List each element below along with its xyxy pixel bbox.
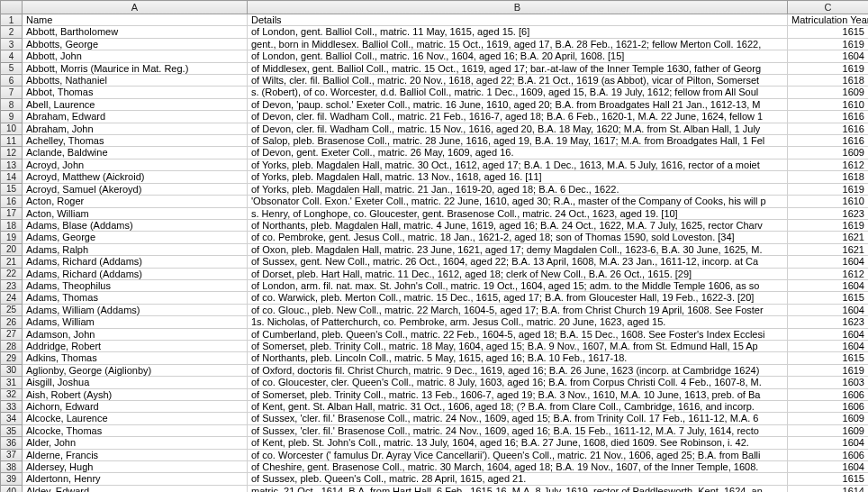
cell-year[interactable]: 1606 — [788, 388, 869, 400]
cell-year[interactable]: 1609 — [788, 424, 869, 436]
cell-year[interactable]: 1609 — [788, 87, 869, 98]
row-header[interactable]: 38 — [1, 461, 23, 473]
cell-year[interactable]: 1614 — [788, 485, 869, 492]
row-header[interactable]: 21 — [1, 256, 23, 268]
cell-details[interactable]: of co. Pembroke, gent. Jesus Coll., matr… — [248, 232, 788, 243]
cell-year[interactable]: 1609 — [788, 413, 869, 424]
row-header[interactable]: 19 — [1, 232, 23, 243]
cell-year[interactable]: 1606 — [788, 401, 869, 413]
row-header[interactable]: 12 — [1, 147, 23, 159]
cell-name[interactable]: Abbott, John — [23, 50, 248, 62]
column-header-A[interactable]: A — [23, 1, 248, 14]
cell-details[interactable]: of Cumberland, pleb. Queen's Coll., matr… — [248, 328, 788, 340]
cell-name[interactable]: Adams, Thomas — [23, 292, 248, 304]
cell-year[interactable]: 1615 — [788, 26, 869, 38]
cell-details[interactable]: of Devon, 'paup. schol.' Exeter Coll., m… — [248, 98, 788, 110]
cell-details[interactable]: of Yorks, pleb. Magdalen Hall, matric. 2… — [248, 183, 788, 195]
cell-name[interactable]: Adams, William (Addams) — [23, 304, 248, 315]
cell-details[interactable]: of London, gent. Balliol Coll., matric. … — [248, 50, 788, 62]
cell-details[interactable]: of Oxford, doctoris fil. Christ Church, … — [248, 364, 788, 376]
cell-year[interactable]: 1604 — [788, 437, 869, 449]
cell-name[interactable]: Adamson, John — [23, 328, 248, 340]
row-header[interactable]: 16 — [1, 196, 23, 207]
row-header[interactable]: 32 — [1, 388, 23, 400]
cell-name[interactable]: Alderne, Francis — [23, 449, 248, 460]
cell-details[interactable]: of Devon, cler. fil. Wadham Coll., matri… — [248, 123, 788, 134]
cell-name[interactable]: Acroyd, John — [23, 159, 248, 170]
row-header[interactable]: 8 — [1, 98, 23, 110]
cell-name[interactable]: Adams, Ralph — [23, 243, 248, 255]
cell-year[interactable]: 1609 — [788, 147, 869, 159]
column-header-C[interactable]: C — [788, 1, 869, 14]
cell-name[interactable]: Alcocke, Thomas — [23, 424, 248, 436]
cell-details[interactable]: matric. 21 Oct., 1614, B.A. from Hart Ha… — [248, 485, 788, 492]
cell-name[interactable]: Aldersey, Hugh — [23, 461, 248, 473]
row-header[interactable]: 28 — [1, 340, 23, 351]
cell-year[interactable]: 1618 — [788, 75, 869, 87]
cell-details[interactable]: 'Obsonator Coll. Exon.' Exeter Coll., ma… — [248, 196, 788, 207]
cell-details[interactable]: of Sussex, 'cler. fil.' Brasenose Coll.,… — [248, 424, 788, 436]
cell-details[interactable]: of London, arm. fil. nat. max. St. John'… — [248, 279, 788, 291]
header-cell-name[interactable]: Name — [23, 14, 248, 26]
cell-name[interactable]: Adams, Theophilus — [23, 279, 248, 291]
row-header[interactable]: 2 — [1, 26, 23, 38]
cell-name[interactable]: Addridge, Robert — [23, 340, 248, 351]
cell-year[interactable]: 1610 — [788, 98, 869, 110]
row-header[interactable]: 29 — [1, 352, 23, 364]
row-header[interactable]: 22 — [1, 268, 23, 279]
cell-name[interactable]: Alder, John — [23, 437, 248, 449]
cell-name[interactable]: Adams, Blase (Addams) — [23, 219, 248, 231]
row-header[interactable]: 3 — [1, 38, 23, 50]
cell-details[interactable]: of Devon, cler. fil. Wadham Coll., matri… — [248, 111, 788, 123]
cell-name[interactable]: Adams, Richard (Addams) — [23, 256, 248, 268]
cell-details[interactable]: of Kent, pleb. St. John's Coll., matric.… — [248, 437, 788, 449]
cell-name[interactable]: Aish, Robert (Aysh) — [23, 388, 248, 400]
cell-year[interactable]: 1604 — [788, 328, 869, 340]
row-header[interactable]: 37 — [1, 449, 23, 460]
row-header[interactable]: 17 — [1, 207, 23, 219]
header-cell-year[interactable]: Matriculation Year — [788, 14, 869, 26]
row-header[interactable]: 39 — [1, 473, 23, 485]
cell-year[interactable]: 1619 — [788, 219, 869, 231]
cell-details[interactable]: of Cheshire, gent. Brasenose Coll., matr… — [248, 461, 788, 473]
cell-name[interactable]: Abbot, Thomas — [23, 87, 248, 98]
cell-details[interactable]: s. Henry, of Longhope, co. Gloucester, g… — [248, 207, 788, 219]
cell-year[interactable]: 1604 — [788, 340, 869, 351]
cell-name[interactable]: Acroyd, Matthew (Aickroid) — [23, 171, 248, 183]
header-cell-details[interactable]: Details — [248, 14, 788, 26]
cell-year[interactable]: 1610 — [788, 196, 869, 207]
cell-name[interactable]: Acton, Roger — [23, 196, 248, 207]
row-header[interactable]: 9 — [1, 111, 23, 123]
cell-year[interactable]: 1612 — [788, 268, 869, 279]
cell-year[interactable]: 1603 — [788, 377, 869, 388]
cell-name[interactable]: Aichorn, Edward — [23, 401, 248, 413]
cell-name[interactable]: Abbott, Morris (Maurice in Mat. Reg.) — [23, 62, 248, 74]
cell-details[interactable]: of co. Glouc., pleb. New Coll., matric. … — [248, 304, 788, 315]
cell-name[interactable]: Adams, William — [23, 316, 248, 328]
cell-year[interactable]: 1618 — [788, 171, 869, 183]
cell-year[interactable]: 1619 — [788, 62, 869, 74]
cell-details[interactable]: of Dorset, pleb. Hart Hall, matric. 11 D… — [248, 268, 788, 279]
row-header[interactable]: 24 — [1, 292, 23, 304]
cell-name[interactable]: Adkins, Thomas — [23, 352, 248, 364]
row-header[interactable]: 6 — [1, 75, 23, 87]
cell-details[interactable]: of Somerset, pleb. Trinity Coll., matric… — [248, 340, 788, 351]
cell-name[interactable]: Abell, Laurence — [23, 98, 248, 110]
cell-year[interactable]: 1615 — [788, 473, 869, 485]
row-header[interactable]: 14 — [1, 171, 23, 183]
cell-year[interactable]: 1604 — [788, 279, 869, 291]
cell-name[interactable]: Aldey, Edward — [23, 485, 248, 492]
cell-year[interactable]: 1616 — [788, 111, 869, 123]
cell-details[interactable]: of co. Worcester (' famulus Dr. Ayray Vi… — [248, 449, 788, 460]
cell-year[interactable]: 1615 — [788, 292, 869, 304]
cell-year[interactable]: 1619 — [788, 183, 869, 195]
row-header[interactable]: 7 — [1, 87, 23, 98]
cell-details[interactable]: of Devon, gent. Exeter Coll., matric. 26… — [248, 147, 788, 159]
cell-year[interactable]: 1604 — [788, 304, 869, 315]
cell-details[interactable]: of London, gent. Balliol Coll., matric. … — [248, 26, 788, 38]
cell-details[interactable]: of Northants, pleb. Magdalen Hall, matri… — [248, 219, 788, 231]
row-header-1[interactable]: 1 — [1, 14, 23, 26]
cell-year[interactable]: 1612 — [788, 159, 869, 170]
cell-name[interactable]: Abbotts, Nathaniel — [23, 75, 248, 87]
cell-details[interactable]: of Kent, gent. St. Alban Hall, matric. 3… — [248, 401, 788, 413]
